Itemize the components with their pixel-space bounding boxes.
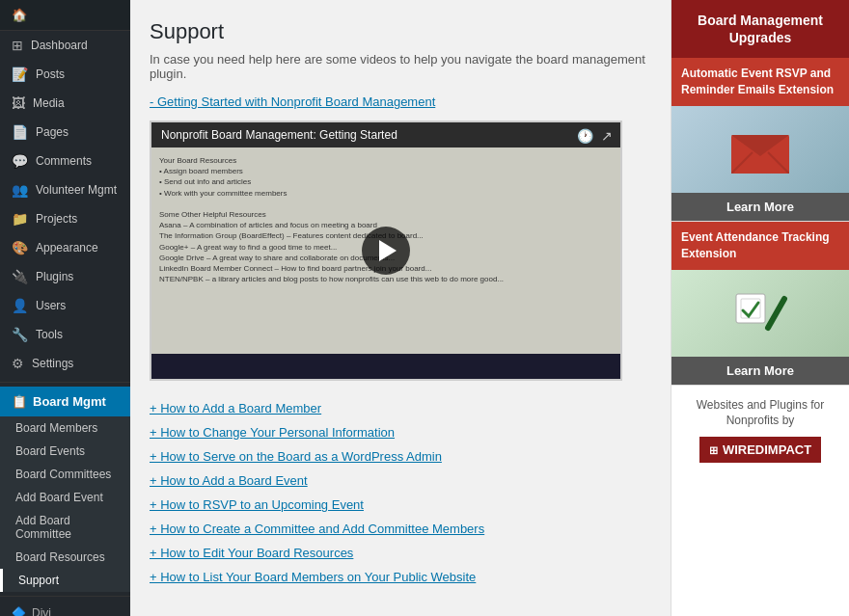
video-title: Nonprofit Board Management: Getting Star… xyxy=(161,128,397,142)
main-content: Support In case you need help here are s… xyxy=(130,0,849,616)
users-icon: 👤 xyxy=(12,298,28,313)
sidebar-item-volunteer[interactable]: 👥 Volunteer Mgmt xyxy=(0,175,130,204)
attendance-card-title: Event Attendance Tracking Extension xyxy=(671,222,849,270)
svg-line-6 xyxy=(768,299,784,328)
sidebar-item-pages[interactable]: 📄 Pages xyxy=(0,118,130,147)
video-title-bar: Nonprofit Board Management: Getting Star… xyxy=(151,122,620,147)
email-upgrade-card: Automatic Event RSVP and Reminder Emails… xyxy=(671,58,849,222)
sidebar-item-settings[interactable]: ⚙ Settings xyxy=(0,349,130,378)
help-links-list: + How to Add a Board Member + How to Cha… xyxy=(150,396,651,589)
help-link-serve-on-board[interactable]: + How to Serve on the Board as a WordPre… xyxy=(150,444,651,469)
sidebar-item-comments[interactable]: 💬 Comments xyxy=(0,147,130,175)
board-mgmt-section: 📋 Board Mgmt Board Members Board Events … xyxy=(0,387,130,592)
sidebar-item-dashboard[interactable]: ⊞ Dashboard xyxy=(0,31,130,60)
intro-text: In case you need help here are some vide… xyxy=(150,52,651,81)
dashboard-icon: 🏠 xyxy=(12,8,27,22)
video-player[interactable]: Nonprofit Board Management: Getting Star… xyxy=(150,121,622,381)
sidebar-item-board-members[interactable]: Board Members xyxy=(0,416,130,440)
sidebar: 🏠 ⊞ Dashboard 📝 Posts 🖼 Media 📄 Pages 💬 … xyxy=(0,0,130,616)
help-link-change-personal[interactable]: + How to Change Your Personal Informatio… xyxy=(150,420,651,444)
sidebar-item-board-committees[interactable]: Board Committees xyxy=(0,463,130,486)
sidebar-item-plugins[interactable]: 🔌 Plugins xyxy=(0,262,130,291)
right-sidebar: Board Management Upgrades Automatic Even… xyxy=(671,0,849,616)
sidebar-item-media[interactable]: 🖼 Media xyxy=(0,89,130,118)
wired-impact-logo[interactable]: ⊞ WIREDIMPACT xyxy=(699,437,821,463)
video-body: Your Board Resources • Assign board memb… xyxy=(151,147,620,354)
play-button[interactable] xyxy=(362,227,410,275)
sidebar-item-tools[interactable]: 🔧 Tools xyxy=(0,320,130,349)
email-card-image xyxy=(671,106,849,193)
board-mgmt-header[interactable]: 📋 Board Mgmt xyxy=(0,387,130,416)
clock-icon: 🕐 xyxy=(577,128,593,144)
attendance-upgrade-card: Event Attendance Tracking Extension Lear… xyxy=(671,222,849,386)
wired-impact-section: Websites and Plugins for Nonprofits by ⊞… xyxy=(671,386,849,475)
divi-icon: 🔷 xyxy=(12,606,26,616)
media-icon: 🖼 xyxy=(12,95,25,111)
settings-icon: ⚙ xyxy=(12,356,24,371)
sidebar-item-projects[interactable]: 📁 Projects xyxy=(0,204,130,233)
page-title: Support xyxy=(150,19,651,44)
content-area: Support In case you need help here are s… xyxy=(130,0,671,616)
help-link-add-member[interactable]: + How to Add a Board Member xyxy=(150,396,651,420)
pages-icon: 📄 xyxy=(12,124,28,140)
sidebar-item-posts[interactable]: 📝 Posts xyxy=(0,60,130,89)
sidebar-item-board-events[interactable]: Board Events xyxy=(0,440,130,463)
sidebar-item-add-board-event[interactable]: Add Board Event xyxy=(0,486,130,509)
comments-icon: 💬 xyxy=(12,153,28,169)
checkmark-icon xyxy=(731,289,789,337)
help-link-edit-resources[interactable]: + How to Edit Your Board Resources xyxy=(150,541,651,565)
board-mgmt-icon: 📋 xyxy=(12,394,27,409)
sidebar-item-appearance[interactable]: 🎨 Appearance xyxy=(0,233,130,262)
getting-started-link[interactable]: - Getting Started with Nonprofit Board M… xyxy=(150,94,435,109)
sidebar-logo[interactable]: 🏠 xyxy=(0,0,130,31)
posts-icon: 📝 xyxy=(12,67,28,82)
video-controls: 🕐 ↗ xyxy=(577,128,613,144)
help-link-list-members[interactable]: + How to List Your Board Members on Your… xyxy=(150,565,651,589)
sidebar-item-board-resources[interactable]: Board Resources xyxy=(0,546,130,569)
sidebar-item-add-board-committee[interactable]: Add Board Committee xyxy=(0,509,130,546)
upgrade-header: Board Management Upgrades xyxy=(671,0,849,58)
dashboard-icon: ⊞ xyxy=(12,38,23,53)
sidebar-divider-2 xyxy=(0,596,130,597)
volunteer-icon: 👥 xyxy=(12,182,28,198)
help-link-create-committee[interactable]: + How to Create a Committee and Add Comm… xyxy=(150,517,651,541)
attendance-learn-more-button[interactable]: Learn More xyxy=(671,357,849,385)
sidebar-item-users[interactable]: 👤 Users xyxy=(0,291,130,320)
appearance-icon: 🎨 xyxy=(12,240,28,255)
help-link-add-event[interactable]: + How to Add a Board Event xyxy=(150,469,651,493)
email-learn-more-button[interactable]: Learn More xyxy=(671,193,849,221)
sidebar-item-divi[interactable]: 🔷 Divi xyxy=(0,601,130,616)
plugins-icon: 🔌 xyxy=(12,269,28,284)
projects-icon: 📁 xyxy=(12,211,28,227)
attendance-card-image xyxy=(671,270,849,357)
help-link-rsvp[interactable]: + How to RSVP to an Upcoming Event xyxy=(150,493,651,517)
wired-impact-text: Websites and Plugins for Nonprofits by xyxy=(679,397,841,430)
sidebar-divider xyxy=(0,382,130,383)
share-icon: ↗ xyxy=(601,128,613,144)
envelope-icon xyxy=(731,125,789,174)
sidebar-item-support[interactable]: Support xyxy=(0,569,130,592)
tools-icon: 🔧 xyxy=(12,327,28,342)
email-card-title: Automatic Event RSVP and Reminder Emails… xyxy=(671,58,849,106)
